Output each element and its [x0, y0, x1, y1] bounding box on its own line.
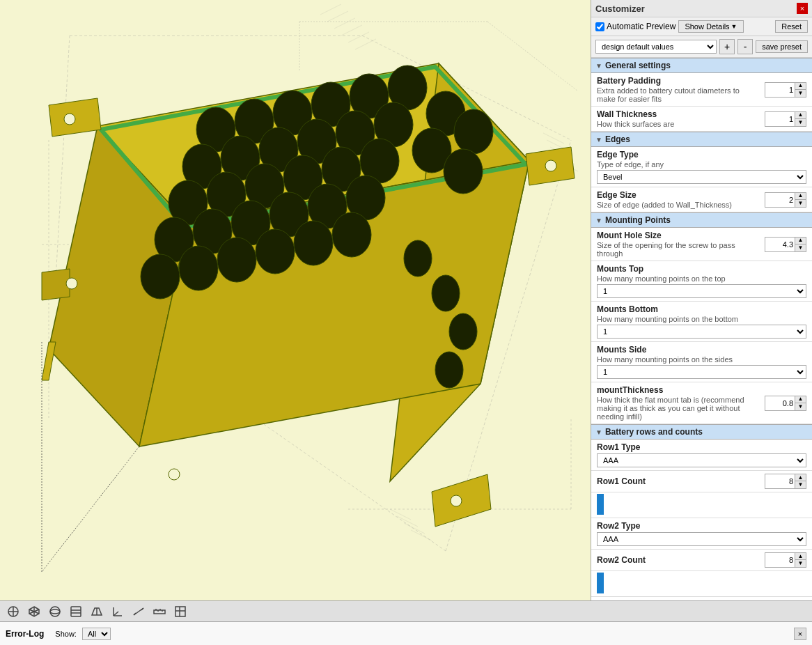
mount-thickness-input[interactable]: [765, 396, 795, 410]
row1-count-row: Row1 Count ▲ ▼: [591, 471, 812, 492]
row1-count-up-button[interactable]: ▲: [795, 474, 806, 481]
svg-point-77: [66, 278, 77, 289]
section-general-triangle-icon: ▼: [595, 62, 602, 70]
battery-padding-down-button[interactable]: ▼: [795, 90, 806, 97]
edge-size-down-button[interactable]: ▼: [795, 200, 806, 207]
auto-preview-label: Automatic Preview: [607, 22, 676, 31]
row2-count-input[interactable]: [765, 553, 795, 567]
measure-icon[interactable]: [131, 604, 146, 619]
svg-point-61: [141, 254, 180, 299]
svg-point-62: [179, 246, 218, 290]
svg-point-66: [332, 212, 371, 257]
edge-size-desc: Size of edge (added to Wall_Thickness): [597, 201, 759, 209]
axes-icon[interactable]: [110, 604, 125, 619]
row1-count-input[interactable]: [765, 474, 795, 488]
close-button[interactable]: ×: [797, 3, 808, 14]
mount-hole-size-label: Mount Hole Size: [597, 231, 759, 240]
preset-select[interactable]: design default values: [595, 40, 717, 54]
mount-thickness-down-button[interactable]: ▼: [795, 403, 806, 410]
row1-count-label: Row1 Count: [597, 476, 646, 486]
row2-count-up-button[interactable]: ▲: [795, 553, 806, 560]
wall-thickness-desc: How thick surfaces are: [597, 120, 759, 128]
mount-thickness-desc: How thick the flat mount tab is (recomme…: [597, 396, 759, 421]
row1-type-label: Row1 Type: [597, 442, 806, 452]
section-battery-rows[interactable]: ▼ Battery rows and counts: [591, 424, 812, 440]
svg-point-90: [50, 607, 60, 616]
svg-rect-103: [154, 610, 165, 614]
svg-point-78: [545, 160, 556, 171]
error-log-show-select[interactable]: All: [82, 628, 111, 640]
svg-point-48: [444, 149, 483, 194]
section-general[interactable]: ▼ General settings: [591, 58, 812, 73]
error-log-title: Error-Log: [6, 629, 44, 639]
row2-count-row: Row2 Count ▲ ▼: [591, 550, 812, 571]
mounts-side-select[interactable]: 1 0 2 3: [597, 365, 806, 379]
mount-hole-size-down-button[interactable]: ▼: [795, 244, 806, 251]
svg-point-67: [404, 240, 432, 277]
section-edges[interactable]: ▼ Edges: [591, 132, 812, 147]
mounts-bottom-select[interactable]: 1 0 2 3: [597, 325, 806, 339]
svg-point-63: [217, 238, 256, 282]
svg-point-80: [169, 469, 180, 480]
section-edges-label: Edges: [605, 134, 630, 144]
error-log-show-label: Show:: [55, 630, 77, 638]
perspective-icon[interactable]: [89, 604, 104, 619]
mount-hole-size-input-group: ▲ ▼: [765, 237, 806, 252]
auto-preview-checkbox[interactable]: [595, 22, 604, 31]
row2-count-slider[interactable]: [597, 573, 604, 593]
preset-add-button[interactable]: +: [719, 39, 735, 54]
wall-thickness-down-button[interactable]: ▼: [795, 119, 806, 126]
save-preset-button[interactable]: save preset: [756, 40, 808, 53]
wall-thickness-row: Wall Thickness How thick surfaces are ▲ …: [591, 107, 812, 132]
section-general-label: General settings: [605, 61, 671, 70]
show-details-arrow-icon: ▼: [731, 23, 737, 30]
row2-type-select[interactable]: AAA AA A ignore row: [597, 532, 806, 546]
row1-count-slider[interactable]: [597, 494, 604, 515]
section-mounting[interactable]: ▼ Mounting Points: [591, 212, 812, 228]
section-battery-rows-triangle-icon: ▼: [595, 428, 602, 436]
svg-point-70: [435, 352, 463, 388]
sphere-icon[interactable]: [47, 604, 63, 619]
mount-hole-size-row: Mount Hole Size Size of the opening for …: [591, 228, 812, 261]
panel-title: Customizer: [595, 3, 645, 14]
svg-rect-92: [71, 607, 81, 616]
show-details-button[interactable]: Show Details ▼: [678, 20, 743, 33]
wall-thickness-up-button[interactable]: ▲: [795, 112, 806, 119]
mounts-side-label: Mounts Side: [597, 345, 806, 355]
ruler-icon[interactable]: [152, 604, 167, 619]
mount-thickness-up-button[interactable]: ▲: [795, 396, 806, 403]
mounts-top-select[interactable]: 1 0 2 3: [597, 284, 806, 298]
mount-thickness-input-group: ▲ ▼: [765, 396, 806, 411]
home-icon[interactable]: [6, 604, 21, 619]
row2-count-input-group: ▲ ▼: [765, 552, 806, 568]
svg-line-99: [114, 612, 118, 616]
surface-icon[interactable]: [68, 604, 84, 619]
wall-thickness-input-group: ▲ ▼: [765, 111, 806, 127]
svg-marker-75: [42, 269, 70, 300]
row2-count-down-button[interactable]: ▼: [795, 560, 806, 567]
error-log-close-button[interactable]: ×: [794, 628, 806, 640]
wall-thickness-input[interactable]: [765, 112, 795, 126]
mount-hole-size-input[interactable]: [765, 238, 795, 251]
section-mounting-label: Mounting Points: [605, 215, 671, 225]
row1-count-down-button[interactable]: ▼: [795, 481, 806, 488]
mounts-bottom-row: Mounts Bottom How many mounting points o…: [591, 302, 812, 342]
edge-size-up-button[interactable]: ▲: [795, 193, 806, 200]
edge-type-select[interactable]: Bevel Round None: [597, 170, 806, 184]
preset-minus-button[interactable]: -: [737, 39, 753, 54]
row1-type-row: Row1 Type AAA AA A ignore row: [591, 440, 812, 471]
mount-hole-size-up-button[interactable]: ▲: [795, 238, 806, 244]
battery-padding-label: Battery Padding: [597, 76, 759, 86]
reset-button[interactable]: Reset: [775, 20, 808, 33]
edge-size-input[interactable]: [765, 193, 795, 207]
mounts-top-desc: How many mounting points on the top: [597, 274, 806, 283]
auto-preview-checkbox-group: Automatic Preview: [595, 22, 676, 31]
grid-icon[interactable]: [173, 604, 188, 619]
battery-padding-up-button[interactable]: ▲: [795, 83, 806, 90]
edge-size-row: Edge Size Size of edge (added to Wall_Th…: [591, 187, 812, 212]
settings-scroll[interactable]: ▼ General settings Battery Padding Extra…: [591, 58, 812, 600]
cube-icon[interactable]: [26, 604, 42, 619]
bottom-toolbar: [0, 600, 812, 621]
battery-padding-input[interactable]: [765, 83, 795, 97]
row1-type-select[interactable]: AAA AA A ignore row: [597, 453, 806, 467]
